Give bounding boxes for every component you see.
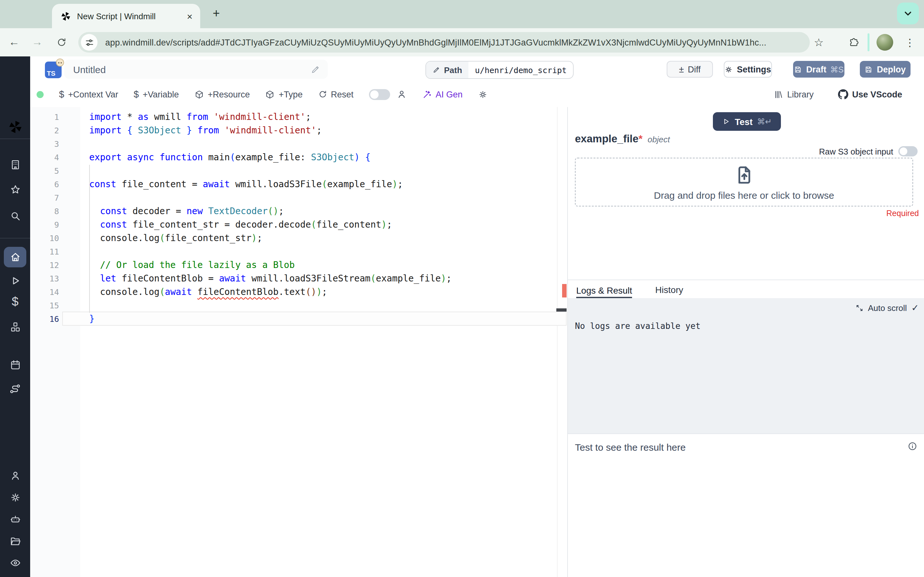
settings-button[interactable]: Settings xyxy=(724,61,772,77)
reset-button[interactable]: Reset xyxy=(318,89,354,99)
reload-button[interactable] xyxy=(54,28,69,56)
logs-area: Auto scroll ✓ No logs are available yet xyxy=(568,298,924,434)
back-button[interactable]: ← xyxy=(6,28,22,56)
required-star: * xyxy=(638,133,642,144)
gear-icon xyxy=(725,65,733,73)
folder-icon xyxy=(9,535,21,547)
sidebar-item-user[interactable] xyxy=(0,470,30,482)
pencil-icon xyxy=(433,66,440,74)
tab-logs-result[interactable]: Logs & Result xyxy=(576,285,632,298)
sidebar-divider xyxy=(0,139,30,139)
extensions-icon xyxy=(848,37,859,48)
test-shortcut: ⌘↵ xyxy=(757,117,772,126)
address-bar[interactable]: app.windmill.dev/scripts/add#JTdCJTIyaGF… xyxy=(78,32,810,53)
autoscroll-label: Auto scroll xyxy=(868,303,907,313)
browser-tab[interactable]: .tab .pw1{fill:#2b5fe3}.tab .pw2{fill:#8… xyxy=(52,4,200,28)
run-preview-panel: Test ⌘↵ example_file* object Raw S3 obje… xyxy=(567,107,924,577)
raw-s3-label: Raw S3 object input xyxy=(819,147,893,156)
home-icon xyxy=(9,251,21,263)
sidebar-item-search[interactable] xyxy=(0,210,30,222)
forward-button[interactable]: → xyxy=(29,28,45,56)
argument-type: object xyxy=(648,135,670,144)
deploy-button[interactable]: Deploy xyxy=(860,61,911,77)
windmill-logo-icon: .sidebar .pw1{fill:#f2f4f7}.sidebar .pw2… xyxy=(7,119,23,135)
refresh-icon xyxy=(318,90,327,99)
ai-gen-button[interactable]: AI Gen xyxy=(422,89,463,99)
path-button[interactable]: Path u/henri/demo_script xyxy=(425,61,573,79)
tab-search-button[interactable] xyxy=(897,3,919,24)
reload-icon xyxy=(57,37,67,47)
star-icon xyxy=(9,184,21,195)
deploy-label: Deploy xyxy=(877,64,906,74)
test-button[interactable]: Test ⌘↵ xyxy=(713,112,781,131)
url-text: app.windmill.dev/scripts/add#JTdCJTIyaGF… xyxy=(105,37,766,47)
tab-history[interactable]: History xyxy=(655,285,683,298)
result-area: Test to see the result here xyxy=(568,434,924,577)
sidebar-item-resources[interactable] xyxy=(0,321,30,333)
info-icon[interactable] xyxy=(907,441,918,451)
settings-label: Settings xyxy=(737,64,771,74)
add-variable-button[interactable]: $+Variable xyxy=(134,89,179,99)
add-type-button[interactable]: +Type xyxy=(265,89,302,99)
sidebar-item-variables[interactable]: $ xyxy=(0,295,30,309)
toolbar-divider xyxy=(867,33,869,51)
sidebar-item-settings[interactable] xyxy=(0,492,30,503)
play-icon xyxy=(722,117,730,126)
sidebar-item-favorites[interactable] xyxy=(0,184,30,195)
browser-toolbar: ← → app.windmill.dev/scripts/add#JTdCJTI… xyxy=(0,28,924,56)
use-vscode-button[interactable]: Use VScode xyxy=(838,89,902,99)
library-icon xyxy=(774,89,783,99)
library-button[interactable]: Library xyxy=(774,89,814,99)
search-icon xyxy=(9,210,21,222)
sidebar-item-folders[interactable] xyxy=(0,535,30,547)
package-icon xyxy=(265,89,275,99)
diff-button[interactable]: ± Diff xyxy=(667,61,713,77)
sidebar-item-flows[interactable] xyxy=(0,383,30,395)
script-summary-value: Untitled xyxy=(73,64,310,75)
sidebar-item-runs[interactable] xyxy=(0,275,30,287)
test-label: Test xyxy=(735,116,753,127)
add-context-var-button[interactable]: $+Context Var xyxy=(59,89,118,99)
new-tab-button[interactable]: + xyxy=(208,5,225,22)
sidebar-item-audit[interactable] xyxy=(0,557,30,569)
windmill-favicon-icon: .tab .pw1{fill:#2b5fe3}.tab .pw2{fill:#8… xyxy=(60,11,71,21)
code-editor[interactable]: 1import * as wmill from 'windmill-client… xyxy=(30,107,567,577)
dropzone-label: Drag and drop files here or click to bro… xyxy=(654,189,834,200)
octocat-icon xyxy=(838,89,848,99)
tab-close-button[interactable]: × xyxy=(187,11,192,21)
file-dropzone[interactable]: Drag and drop files here or click to bro… xyxy=(575,158,913,206)
site-settings-button[interactable] xyxy=(81,34,97,51)
multiplayer-toggle[interactable] xyxy=(369,89,390,100)
dollar-icon: $ xyxy=(134,89,139,99)
editor-settings-button[interactable] xyxy=(478,89,488,99)
path-value: u/henri/demo_script xyxy=(468,61,573,78)
error-overview-marker xyxy=(562,284,567,298)
bookmark-star-button[interactable]: ☆ xyxy=(811,28,827,56)
sidebar-item-workspace[interactable] xyxy=(0,159,30,171)
extensions-button[interactable] xyxy=(846,28,861,56)
output-tabs: Logs & Result History xyxy=(568,279,924,298)
sidebar-item-workers[interactable] xyxy=(0,514,30,525)
save-icon xyxy=(794,65,803,73)
upload-file-icon xyxy=(733,164,755,185)
required-label: Required xyxy=(887,209,919,218)
diff-label: Diff xyxy=(688,64,701,74)
sidebar-item-home[interactable] xyxy=(0,251,30,263)
add-resource-button[interactable]: +Resource xyxy=(194,89,250,99)
profile-avatar[interactable] xyxy=(877,34,893,51)
tune-icon xyxy=(84,37,94,47)
route-icon xyxy=(9,383,21,395)
raw-s3-toggle[interactable] xyxy=(898,146,918,156)
script-summary-input[interactable]: Untitled xyxy=(64,60,328,79)
autoscroll-control[interactable]: Auto scroll ✓ xyxy=(855,303,919,313)
sidebar-item-schedules[interactable] xyxy=(0,359,30,371)
editor-toolbar: $+Context Var $+Variable +Resource +Type… xyxy=(30,81,924,108)
argument-header: example_file* object xyxy=(575,133,670,145)
browser-menu-button[interactable]: ⋮ xyxy=(902,28,918,56)
gear-icon xyxy=(9,492,21,503)
empty-logs-message: No logs are available yet xyxy=(575,321,700,331)
windmill-app: .sidebar .pw1{fill:#f2f4f7}.sidebar .pw2… xyxy=(0,56,924,577)
draft-button[interactable]: Draft ⌘S xyxy=(793,61,845,77)
dollar-icon: $ xyxy=(59,89,64,99)
windmill-logo[interactable]: .sidebar .pw1{fill:#f2f4f7}.sidebar .pw2… xyxy=(0,119,30,135)
